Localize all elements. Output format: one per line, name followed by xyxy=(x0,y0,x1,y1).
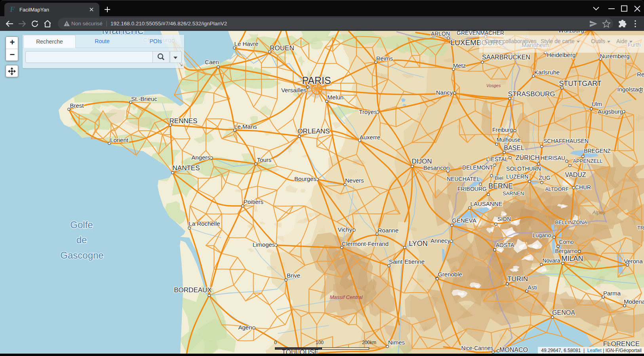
svg-text:STRASBOURG: STRASBOURG xyxy=(508,90,555,98)
svg-text:Lorient: Lorient xyxy=(110,137,129,143)
svg-text:SOLOTHURN: SOLOTHURN xyxy=(506,166,541,172)
svg-text:Clermont-Ferrand: Clermont-Ferrand xyxy=(342,240,389,247)
svg-text:Nice-Cannes: Nice-Cannes xyxy=(461,345,493,351)
svg-text:Roanne: Roanne xyxy=(378,227,399,234)
svg-text:Nancy: Nancy xyxy=(436,89,453,96)
svg-text:RENNES: RENNES xyxy=(170,117,198,125)
svg-text:Parma: Parma xyxy=(603,290,621,297)
svg-text:ARLON: ARLON xyxy=(431,31,450,37)
svg-text:Besancon: Besancon xyxy=(423,164,450,171)
svg-text:BREGENZ: BREGENZ xyxy=(584,148,611,154)
svg-text:NANTES: NANTES xyxy=(173,164,200,172)
svg-text:Nuremberg: Nuremberg xyxy=(600,53,629,59)
svg-text:Limoges: Limoges xyxy=(253,241,275,248)
svg-text:Alpes: Alpes xyxy=(592,209,606,215)
svg-text:Agen: Agen xyxy=(238,324,252,331)
svg-text:Vichy: Vichy xyxy=(338,226,352,233)
svg-text:Grenoble: Grenoble xyxy=(438,271,462,278)
svg-text:Brive: Brive xyxy=(287,272,300,279)
svg-text:Reg: Reg xyxy=(637,71,644,78)
svg-text:Ulm: Ulm xyxy=(592,101,602,107)
svg-text:CHUR: CHUR xyxy=(575,184,591,190)
svg-text:GENOA: GENOA xyxy=(552,309,575,316)
svg-text:APPENZELL: APPENZELL xyxy=(573,158,602,164)
svg-text:TURIN: TURIN xyxy=(507,275,528,283)
svg-text:La Rochelle: La Rochelle xyxy=(189,220,220,227)
svg-text:AOSTA: AOSTA xyxy=(496,242,514,248)
svg-text:Novara: Novara xyxy=(542,257,560,264)
svg-text:Angers: Angers xyxy=(191,154,210,161)
svg-text:HERISAU: HERISAU xyxy=(541,155,565,161)
svg-text:MILAN: MILAN xyxy=(561,255,583,263)
svg-text:Annecy: Annecy xyxy=(431,237,451,244)
svg-text:BELLINZONA: BELLINZONA xyxy=(555,219,587,225)
svg-text:Como: Como xyxy=(559,239,574,245)
svg-text:SION: SION xyxy=(497,216,511,222)
svg-text:Modena: Modena xyxy=(624,298,644,305)
svg-text:Poitiers: Poitiers xyxy=(244,198,263,205)
svg-text:Golfe: Golfe xyxy=(70,219,93,230)
svg-text:PARIS: PARIS xyxy=(302,75,331,86)
svg-text:Lugano: Lugano xyxy=(533,232,551,238)
svg-text:Asti: Asti xyxy=(528,284,537,291)
svg-text:Massif Central: Massif Central xyxy=(330,294,363,300)
svg-text:ROUEN: ROUEN xyxy=(270,44,294,52)
svg-text:LUZERN: LUZERN xyxy=(506,173,528,180)
svg-text:Ingolstadt: Ingolstadt xyxy=(617,86,643,93)
svg-text:LIESTAL: LIESTAL xyxy=(486,156,508,162)
svg-text:Le Mans: Le Mans xyxy=(234,123,257,130)
svg-text:BORDEAUX: BORDEAUX xyxy=(174,286,211,294)
svg-text:Auxerre: Auxerre xyxy=(360,134,381,141)
svg-text:SAARBRUCKEN: SAARBRUCKEN xyxy=(482,54,530,61)
svg-text:Versailles: Versailles xyxy=(281,87,307,93)
svg-text:NEUCHATEL: NEUCHATEL xyxy=(447,176,480,182)
svg-text:Reims: Reims xyxy=(376,55,393,62)
svg-text:GENEVA: GENEVA xyxy=(452,217,476,224)
svg-text:Gascogne: Gascogne xyxy=(60,250,103,261)
svg-text:Metz: Metz xyxy=(453,62,466,69)
svg-text:Augsburg: Augsburg xyxy=(598,108,623,115)
svg-text:St.-Brieuc: St.-Brieuc xyxy=(131,95,157,102)
svg-text:Brest: Brest xyxy=(70,102,84,109)
svg-text:ZÜRICH: ZÜRICH xyxy=(516,154,539,161)
svg-text:STUTTGART: STUTTGART xyxy=(559,80,602,88)
svg-text:Le Havre: Le Havre xyxy=(234,40,259,47)
svg-text:Troyes: Troyes xyxy=(359,109,377,115)
svg-text:BASEL: BASEL xyxy=(504,145,524,151)
svg-text:Tours: Tours xyxy=(257,156,272,163)
svg-text:BERNE: BERNE xyxy=(488,182,513,190)
svg-text:Bourges: Bourges xyxy=(294,175,316,182)
svg-text:Karlsruhe: Karlsruhe xyxy=(534,69,560,76)
svg-text:MONACO: MONACO xyxy=(499,346,528,353)
svg-text:Vosges: Vosges xyxy=(486,83,501,88)
svg-text:VADUZ: VADUZ xyxy=(565,171,586,178)
svg-text:ALTDORF: ALTDORF xyxy=(545,186,569,192)
svg-text:Freiburg: Freiburg xyxy=(492,127,513,133)
svg-text:TRE: TRE xyxy=(637,225,644,231)
svg-text:de: de xyxy=(76,234,87,245)
svg-text:Melun: Melun xyxy=(328,94,344,101)
svg-text:LYON: LYON xyxy=(409,240,428,247)
svg-text:Caen: Caen xyxy=(205,59,219,65)
svg-text:Nimes: Nimes xyxy=(388,339,405,346)
svg-text:Mulhouse: Mulhouse xyxy=(497,137,521,143)
svg-text:Bergamo: Bergamo xyxy=(555,248,578,254)
svg-text:Nevers: Nevers xyxy=(345,177,364,184)
svg-text:Biel: Biel xyxy=(495,175,503,181)
svg-text:LAUSANNE: LAUSANNE xyxy=(471,200,503,207)
svg-text:ORLEANS: ORLEANS xyxy=(297,128,330,135)
svg-text:FRIBOURG: FRIBOURG xyxy=(457,186,487,192)
svg-text:SCHAFFHAUSEN: SCHAFFHAUSEN xyxy=(543,138,589,144)
svg-text:Saint-Etienne: Saint-Etienne xyxy=(389,258,425,265)
svg-text:SARNEN: SARNEN xyxy=(503,190,524,196)
svg-text:ZUG: ZUG xyxy=(539,175,551,181)
svg-text:Verona: Verona xyxy=(624,258,643,265)
svg-text:DELEMONT: DELEMONT xyxy=(462,164,493,171)
svg-text:Würzburg: Würzburg xyxy=(558,31,584,34)
